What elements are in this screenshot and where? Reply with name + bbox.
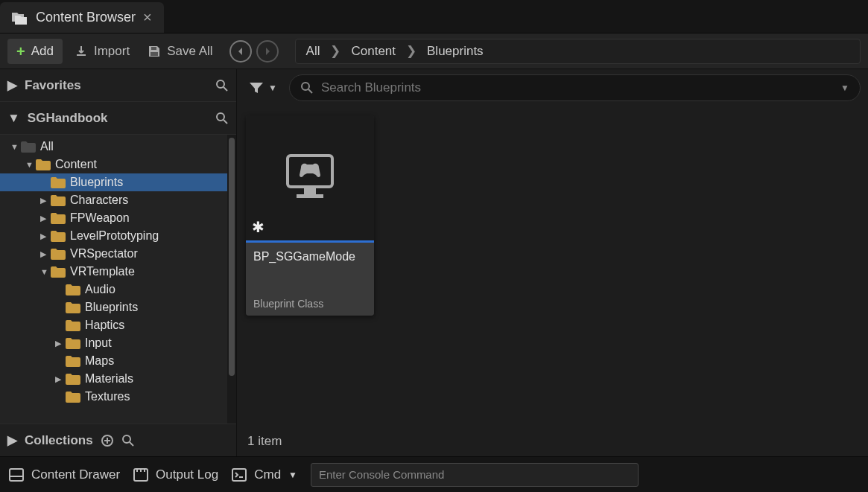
status-line: 1 item [237,426,868,456]
expander-icon[interactable]: ▶ [55,339,64,348]
svg-line-3 [224,87,227,91]
folders-icon [12,11,28,25]
chevron-right-icon: ❯ [330,43,340,59]
search-field[interactable]: ▼ [289,74,861,101]
tree-row[interactable]: Blueprints [0,298,227,316]
expander-icon[interactable]: ▼ [10,142,19,151]
close-icon[interactable]: × [143,9,152,26]
asset-type: Blueprint Class [253,298,367,310]
asset-tile[interactable]: ✱ BP_SGGameMode Blueprint Class [246,115,374,316]
tree-label: Blueprints [85,301,138,314]
tree-row[interactable]: Blueprints [0,173,227,191]
tree-label: FPWeapon [70,211,130,225]
asset-name: BP_SGGameMode [253,250,367,263]
chevron-down-icon[interactable]: ▼ [840,83,849,93]
tree-label: VRSpectator [70,247,138,261]
tree-row[interactable]: ▶Input [0,334,227,352]
folder-icon [51,231,66,242]
tree-row[interactable]: ▼All [0,138,227,156]
tab-content-browser[interactable]: Content Browser × [0,2,164,33]
svg-rect-17 [232,469,246,481]
tree-label: Textures [85,390,130,403]
tree-label: VRTemplate [70,265,135,278]
tree-row[interactable]: ▶Characters [0,191,227,209]
tree-row[interactable]: Audio [0,281,227,298]
import-button[interactable]: Import [69,39,136,64]
tree-label: Haptics [85,319,124,332]
plus-icon: + [16,44,25,59]
search-input[interactable] [321,80,833,95]
expander-icon[interactable]: ▼ [25,160,34,169]
tree-row[interactable]: ▶FPWeapon [0,209,227,227]
gamemode-icon [280,148,340,208]
favorites-section[interactable]: ▶ Favorites [0,69,236,102]
toolbar: + Add Import Save All All ❯ Content ❯ Bl… [0,33,868,69]
scrollbar-thumb[interactable] [229,138,235,376]
project-section[interactable]: ▼ SGHandbook [0,102,236,135]
tree-row[interactable]: ▶LevelPrototyping [0,227,227,245]
tree-label: All [40,140,54,153]
svg-point-9 [302,83,309,90]
search-icon[interactable] [121,434,135,447]
svg-rect-14 [10,469,23,481]
chevron-down-icon: ▼ [7,111,20,126]
tree-row[interactable]: Textures [0,388,227,406]
chevron-down-icon: ▼ [288,470,297,480]
tree-label: Blueprints [70,176,123,189]
expander-icon[interactable]: ▶ [40,231,49,241]
expander-icon[interactable]: ▶ [40,196,49,205]
expander-icon[interactable]: ▶ [40,214,49,223]
tree-label: Input [85,336,112,350]
sidebar: ▶ Favorites ▼ SGHandbook ▼All▼ContentBlu… [0,69,237,456]
chevron-right-icon: ▶ [7,432,17,448]
add-collection-icon[interactable] [101,434,114,447]
search-icon[interactable] [215,79,229,92]
chevron-right-icon: ▶ [7,77,17,93]
content-panel: ▼ ▼ [237,69,868,456]
add-button[interactable]: + Add [7,39,63,64]
nav-back-button[interactable] [229,40,252,63]
tree-row[interactable]: Haptics [0,316,227,334]
folder-icon [66,338,80,349]
folder-icon [51,213,66,224]
tree-label: Maps [85,354,114,368]
tree-row[interactable]: ▼VRTemplate [0,263,227,281]
collections-section[interactable]: ▶ Collections [0,424,236,456]
breadcrumb-item[interactable]: Blueprints [427,44,484,59]
search-icon[interactable] [215,112,229,125]
console-input[interactable]: Enter Console Command [311,463,639,487]
expander-icon[interactable]: ▶ [55,374,64,384]
save-icon [148,45,161,58]
svg-rect-13 [297,194,323,198]
expander-icon[interactable]: ▶ [40,249,49,259]
folder-icon [51,177,66,188]
breadcrumb-item[interactable]: Content [351,44,396,59]
folder-icon [66,302,80,313]
cmd-dropdown[interactable]: Cmd ▼ [232,467,297,482]
svg-line-5 [224,120,227,124]
nav-forward-button[interactable] [256,40,279,63]
tree-row[interactable]: ▼Content [0,156,227,173]
tree-row[interactable]: ▶VRSpectator [0,245,227,263]
save-all-button[interactable]: Save All [142,39,218,64]
folder-icon [51,266,66,278]
breadcrumb: All ❯ Content ❯ Blueprints [295,39,861,64]
tree-row[interactable]: ▶Materials [0,370,227,388]
svg-point-2 [217,80,224,88]
output-log-button[interactable]: Output Log [133,467,218,482]
tree-label: Materials [85,372,133,386]
svg-rect-12 [304,187,316,194]
tree-label: Content [55,158,97,171]
svg-point-7 [123,435,130,443]
scrollbar[interactable] [227,135,236,424]
breadcrumb-item[interactable]: All [306,44,320,59]
folder-icon [21,141,36,153]
content-drawer-button[interactable]: Content Drawer [9,467,120,482]
expander-icon[interactable]: ▼ [40,267,49,276]
filter-button[interactable]: ▼ [244,81,282,95]
asset-grid: ✱ BP_SGGameMode Blueprint Class [237,106,868,426]
tree-row[interactable]: Maps [0,352,227,370]
folder-icon [51,249,66,260]
tree-label: Audio [85,283,115,296]
chevron-right-icon: ❯ [406,43,416,59]
